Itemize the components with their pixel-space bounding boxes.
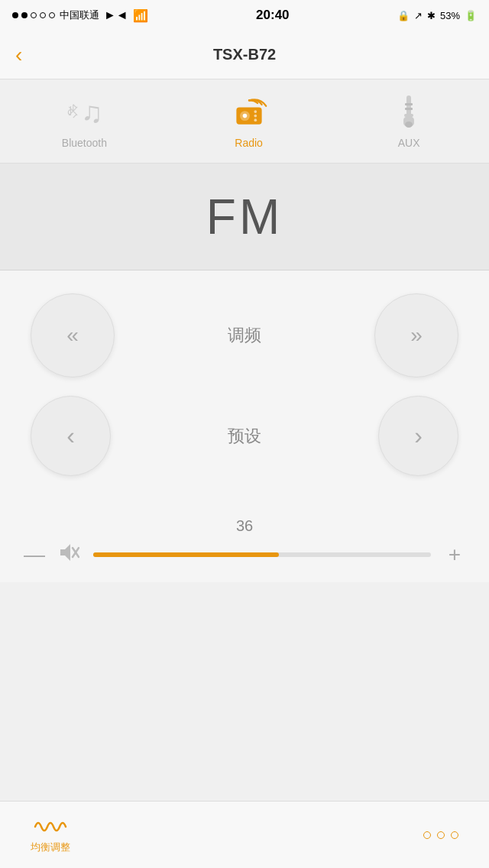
volume-fill [93,552,279,557]
preset-row: ‹ 预设 › [31,396,458,476]
battery-percent: 53% [440,10,460,21]
source-selector: ♫ Bluetooth Radio [0,79,489,164]
dot-3 [31,12,37,18]
svg-point-4 [254,114,257,117]
tab-dot-1 [423,831,431,839]
status-time: 20:40 [256,8,289,23]
back-button[interactable]: ‹ [15,43,22,67]
fm-text: FM [206,189,283,245]
page-title: TSX-B72 [213,46,276,63]
tune-back-icon: « [66,323,79,348]
status-right: 🔒 ↗ ✱ 53% 🔋 [397,10,477,21]
tune-next-icon: » [410,323,423,348]
svg-point-3 [254,110,257,113]
source-radio[interactable]: Radio [231,94,267,149]
tab-dots[interactable] [423,831,458,839]
status-bar: 中国联通 ►◄ 📶 20:40 🔒 ↗ ✱ 53% 🔋 [0,0,489,31]
preset-next-icon: › [414,422,423,450]
tune-next-button[interactable]: » [374,293,458,377]
volume-level: 36 [23,517,466,535]
bluetooth-label: Bluetooth [62,137,107,149]
tune-row: « 调频 » [31,293,458,377]
lock-icon: 🔒 [397,10,410,21]
tab-equalizer[interactable]: 均衡调整 [31,816,70,854]
radio-source-icon [231,94,267,131]
tune-label: 调频 [228,324,261,347]
dot-menu [423,831,458,839]
preset-back-icon: ‹ [66,422,75,450]
dot-4 [40,12,46,18]
bluetooth-source-icon: ♫ [66,94,102,131]
wifi-icon: ►◄ [104,8,128,22]
tab-bar: 均衡调整 [0,801,489,868]
volume-section: 36 — + [0,510,489,582]
volume-minus-button[interactable]: — [23,542,46,567]
battery-icon: 🔋 [465,10,477,21]
volume-mute-button[interactable] [58,544,81,565]
tab-dot-3 [451,831,458,839]
dot-2 [21,12,28,18]
tab-dot-2 [437,831,445,839]
controls-section: « 调频 » ‹ 预设 › [0,270,489,510]
svg-rect-9 [405,103,413,105]
nav-bar: ‹ TSX-B72 [0,31,489,79]
aux-label: AUX [398,137,420,149]
radio-label: Radio [235,137,263,149]
volume-row: — + [23,542,466,567]
preset-label: 预设 [228,425,261,448]
tune-back-button[interactable]: « [31,293,115,377]
svg-rect-8 [405,108,413,110]
svg-marker-14 [60,544,70,561]
aux-source-icon [390,94,427,131]
svg-point-13 [405,121,413,128]
dot-1 [12,12,18,18]
bluetooth-icon: ✱ [427,10,436,21]
volume-slider[interactable] [93,552,431,557]
source-bluetooth[interactable]: ♫ Bluetooth [62,94,107,149]
preset-next-button[interactable]: › [378,396,458,476]
volume-plus-button[interactable]: + [443,542,466,567]
fm-display: FM [0,164,489,270]
signal-dots [12,12,55,18]
dot-5 [49,12,55,18]
source-aux[interactable]: AUX [390,94,427,149]
svg-point-2 [242,113,247,118]
preset-back-button[interactable]: ‹ [31,396,111,476]
carrier-label: 中国联通 [60,8,99,22]
location-icon: ↗ [414,10,423,21]
eq-label: 均衡调整 [31,840,70,854]
status-left: 中国联通 ►◄ 📶 [12,8,148,23]
wifi-icon-real: 📶 [133,8,148,23]
svg-point-5 [254,118,257,121]
